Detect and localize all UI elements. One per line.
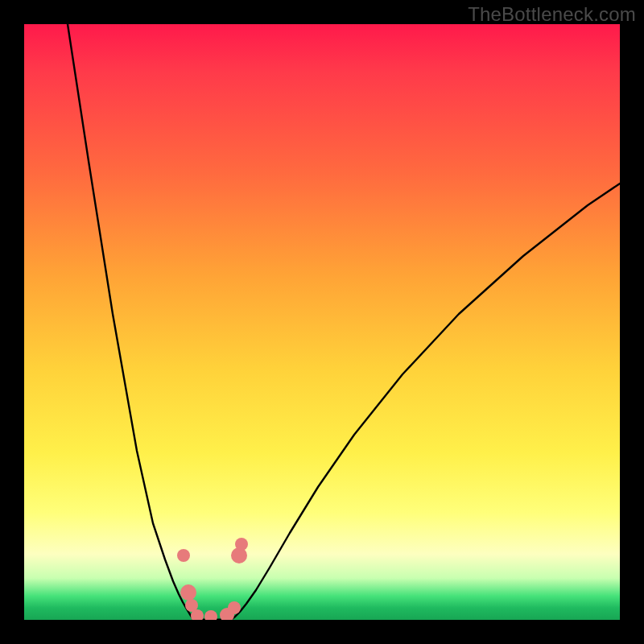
optimum-dot xyxy=(185,599,198,612)
optimum-dot xyxy=(191,609,204,620)
optimum-dot xyxy=(228,601,241,614)
optimum-dot xyxy=(180,584,196,601)
bottleneck-curve-svg xyxy=(24,24,620,620)
chart-frame: TheBottleneck.com xyxy=(0,0,644,644)
optimum-dot xyxy=(231,547,247,564)
plot-area xyxy=(24,24,620,620)
optimum-dot xyxy=(204,610,217,620)
optimum-dot xyxy=(235,538,248,551)
watermark-label: TheBottleneck.com xyxy=(468,3,636,26)
optimum-dot xyxy=(220,608,234,620)
optimum-dot xyxy=(177,549,190,562)
bottleneck-curve xyxy=(68,24,620,620)
optimum-dots xyxy=(177,538,248,620)
